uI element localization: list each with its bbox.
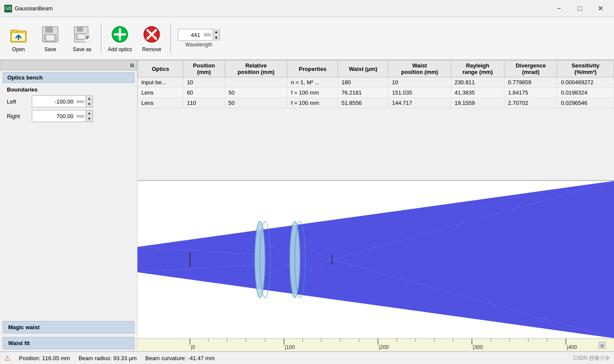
wavelength-group: nm ▲ ▼ Wavelength xyxy=(178,29,220,48)
col-rayleigh: Rayleighrange (mm) xyxy=(451,61,504,77)
table-row[interactable]: Lens11050f = 100 mm51.8556144.71719.1559… xyxy=(138,98,614,108)
svg-rect-12 xyxy=(85,34,90,42)
maximize-button[interactable]: □ xyxy=(570,2,589,15)
waist-fit-label: Waist fit xyxy=(8,340,30,346)
window-controls: − □ ✕ xyxy=(550,2,610,15)
saveas-label: Save as xyxy=(73,46,91,52)
col-waist: Waist (μm) xyxy=(338,61,388,77)
svg-text:|100: |100 xyxy=(285,344,295,350)
save-label: Save xyxy=(44,46,56,52)
right-boundary-up[interactable]: ▲ xyxy=(86,110,92,116)
left-boundary-row: Left mm ▲ ▼ xyxy=(7,95,130,107)
svg-rect-5 xyxy=(45,27,53,33)
right-input-wrap: mm ▲ ▼ xyxy=(32,110,93,122)
beam-curvature-status: Beam curvature: -41.47 mm xyxy=(145,355,215,361)
svg-rect-7 xyxy=(46,35,54,40)
right-boundary-input[interactable] xyxy=(32,112,75,120)
svg-rect-1 xyxy=(11,30,18,33)
right-boundary-row: Right mm ▲ ▼ xyxy=(7,110,130,122)
svg-text:|200: |200 xyxy=(379,344,389,350)
ruler: |0 |100 |200 |300 |400 xyxy=(137,338,614,351)
wavelength-down-button[interactable]: ▼ xyxy=(213,35,220,41)
saveas-icon xyxy=(72,24,92,45)
position-label: Position: xyxy=(19,355,40,361)
svg-text:—: — xyxy=(599,187,605,195)
col-waist-pos: Waistposition (mm) xyxy=(388,61,451,77)
beam-radius-label: Beam radius: xyxy=(79,355,112,361)
optics-bench-label: Optics bench xyxy=(7,74,43,81)
save-icon xyxy=(40,24,61,45)
right-boundary-down[interactable]: ▼ xyxy=(86,116,92,122)
wavelength-input-wrap: nm ▲ ▼ xyxy=(178,29,220,41)
app-title: GaussianBeam xyxy=(15,5,550,12)
open-icon xyxy=(8,24,29,45)
svg-rect-11 xyxy=(78,34,85,39)
beam-radius-status: Beam radius: 93.33 μm xyxy=(79,355,137,361)
warning-icon: ⚠ xyxy=(4,354,10,362)
saveas-button[interactable]: Save as xyxy=(67,19,97,57)
optics-table: Optics Position(mm) Relativeposition (mm… xyxy=(137,60,614,108)
minimize-button[interactable]: − xyxy=(550,2,568,15)
svg-rect-9 xyxy=(77,27,83,32)
open-button[interactable]: Open xyxy=(3,19,34,57)
toolbar-separator-2 xyxy=(170,23,171,53)
table-row[interactable]: Lens6050f = 100 mm76.2181151.03541.38351… xyxy=(138,88,614,98)
statusbar: ⚠ Position: 116.05 mm Beam radius: 93.33… xyxy=(0,351,614,364)
right-boundary-spinners: ▲ ▼ xyxy=(86,110,92,122)
remove-icon xyxy=(141,24,162,45)
toolbar: Open Save xyxy=(0,17,614,60)
optics-table-wrap[interactable]: Optics Position(mm) Relativeposition (mm… xyxy=(137,60,614,180)
svg-text:|300: |300 xyxy=(473,344,483,350)
boundaries-group: Boundaries Left mm ▲ ▼ Right mm xyxy=(0,85,137,125)
col-properties: Properties xyxy=(287,61,338,77)
add-optics-label: Add optics xyxy=(108,46,132,52)
wavelength-spinners: ▲ ▼ xyxy=(213,29,220,41)
wavelength-up-button[interactable]: ▲ xyxy=(213,29,220,35)
remove-button[interactable]: Remove xyxy=(137,19,167,57)
waist-fit-item[interactable]: Waist fit xyxy=(3,337,134,349)
svg-text:|0: |0 xyxy=(191,344,195,350)
col-optics: Optics xyxy=(138,61,183,77)
magic-waist-item[interactable]: Magic waist xyxy=(3,321,134,333)
table-row[interactable]: Input be...10n = 1, M² ...18010230.8110.… xyxy=(138,77,614,88)
boundaries-label: Boundaries xyxy=(7,86,130,93)
svg-text:|400: |400 xyxy=(567,344,577,350)
wavelength-input[interactable] xyxy=(178,31,202,39)
ruler-svg: |0 |100 |200 |300 |400 xyxy=(137,339,614,351)
remove-label: Remove xyxy=(142,46,162,52)
open-label: Open xyxy=(12,46,24,52)
close-button[interactable]: ✕ xyxy=(591,2,610,15)
toolbar-separator-1 xyxy=(101,23,101,53)
beam-diagram: — xyxy=(137,180,614,338)
left-boundary-unit: mm xyxy=(75,99,86,104)
save-button[interactable]: Save xyxy=(35,19,65,57)
left-panel: ⧉ Optics bench Boundaries Left mm ▲ ▼ Ri… xyxy=(0,60,137,351)
right-panel: Optics Position(mm) Relativeposition (mm… xyxy=(137,60,614,351)
left-boundary-down[interactable]: ▼ xyxy=(86,101,92,107)
col-relative: Relativeposition (mm) xyxy=(225,61,287,77)
panel-header: ⧉ xyxy=(0,60,137,70)
watermark: CSDN @微小冷 xyxy=(573,355,610,362)
beam-radius-value: 93.33 μm xyxy=(113,355,137,361)
add-optics-icon xyxy=(110,24,130,45)
svg-text:⊞: ⊞ xyxy=(600,343,604,348)
beam-svg: — xyxy=(137,181,614,338)
add-optics-button[interactable]: Add optics xyxy=(105,19,135,57)
app-icon: GB xyxy=(4,5,12,12)
left-input-wrap: mm ▲ ▼ xyxy=(32,95,93,107)
left-boundary-up[interactable]: ▲ xyxy=(86,96,92,101)
left-boundary-label: Left xyxy=(7,98,28,105)
left-boundary-spinners: ▲ ▼ xyxy=(86,96,92,107)
col-position: Position(mm) xyxy=(183,61,225,77)
beam-curvature-label: Beam curvature: xyxy=(145,355,186,361)
col-sensitivity: Sensitivity(%/mm²) xyxy=(557,61,614,77)
col-divergence: Divergence(mrad) xyxy=(504,61,557,77)
left-boundary-input[interactable] xyxy=(32,98,75,106)
wavelength-label: Wavelength xyxy=(185,42,212,48)
wavelength-unit: nm xyxy=(202,32,213,38)
right-boundary-unit: mm xyxy=(75,113,86,119)
main-layout: ⧉ Optics bench Boundaries Left mm ▲ ▼ Ri… xyxy=(0,60,614,351)
optics-bench-section: Optics bench xyxy=(3,72,134,83)
panel-restore-button[interactable]: ⧉ xyxy=(130,62,134,68)
right-boundary-label: Right xyxy=(7,113,28,119)
